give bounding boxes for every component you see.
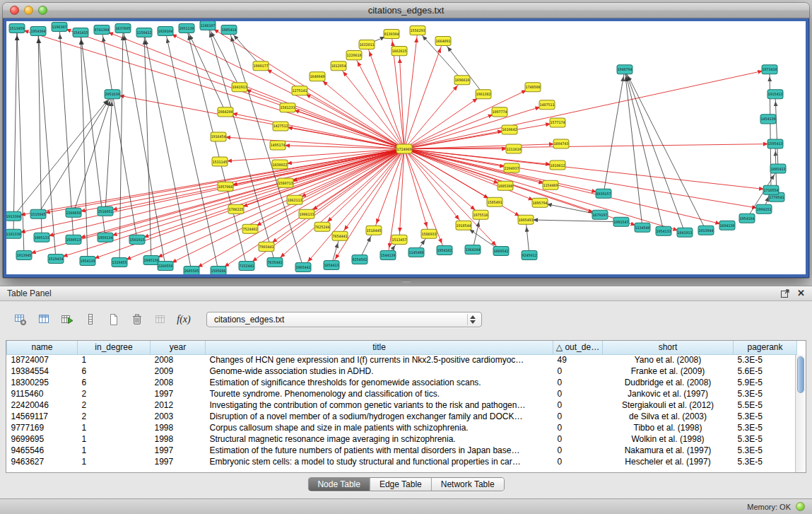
citation-edge[interactable] [404,149,727,226]
graph-node[interactable]: 1961382 [476,90,491,99]
graph-node[interactable]: 1710554 [763,185,779,194]
graph-node[interactable]: 1585491 [487,197,502,206]
column-header-short[interactable]: short [603,341,734,354]
graph-node[interactable]: 1454139 [760,115,776,124]
citation-edge[interactable] [404,87,533,148]
column-header-out_de[interactable]: △ out_de… [553,341,603,354]
table-row[interactable]: 1456911722003Disruption of a novel membe… [7,411,797,422]
graph-node[interactable]: 1211610 [506,144,522,153]
graph-node[interactable]: 7635441 [267,257,283,267]
citation-edge[interactable] [144,33,151,260]
graph-node[interactable]: 1830022 [272,160,288,169]
citation-edge[interactable] [229,30,261,66]
table-mode-icon[interactable] [10,310,31,329]
graph-node[interactable]: 1513457 [392,235,407,244]
graph-node[interactable]: 1905414 [221,25,237,35]
graph-node[interactable]: 1664091 [435,37,451,46]
tab-network-table[interactable]: Network Table [432,478,504,491]
graph-node[interactable]: 1275141 [292,86,307,95]
graph-node[interactable]: 1150412 [136,28,152,37]
citation-edge[interactable] [38,31,42,238]
citation-edge[interactable] [404,149,540,203]
graph-node[interactable]: 1945130 [143,255,159,264]
graph-node[interactable]: 1085413 [770,164,786,173]
graph-node[interactable]: 1595413 [767,139,783,148]
table-row[interactable]: 977716911998Corpus callosum shape and si… [7,422,797,433]
graph-node[interactable]: 1427512 [273,122,288,131]
graph-node[interactable]: 9254502 [352,255,367,264]
graph-node[interactable]: 1948794 [617,65,632,74]
graph-node[interactable]: 1954104 [739,214,755,223]
graph-node[interactable]: 1580713 [278,178,293,187]
graph-node[interactable]: 1577174 [550,118,565,127]
citation-edge[interactable] [13,94,112,216]
citation-edge[interactable] [404,149,764,209]
graph-node[interactable]: 1632011 [359,40,375,49]
graph-node[interactable]: 7903441 [259,242,274,251]
import-table-icon[interactable] [150,310,171,329]
graph-node[interactable]: 1134540 [635,223,650,232]
graph-node[interactable]: 1519434 [48,254,64,263]
graph-node[interactable]: 1556293 [410,26,425,35]
graph-node[interactable]: 1857066 [218,182,233,191]
graph-node[interactable]: 1518445 [366,226,382,235]
graph-node[interactable]: 1810612 [550,160,565,170]
graph-node[interactable]: 1319455 [112,257,127,267]
graph-node[interactable]: 1640049 [310,72,325,81]
create-column-icon[interactable] [57,310,78,329]
graph-node[interactable]: 1097774 [492,107,507,117]
node-table[interactable]: namein_degreeyeartitle△ out_de…shortpage… [6,341,797,467]
citation-edge[interactable] [38,94,112,214]
graph-node[interactable]: 9245012 [522,250,537,259]
table-row[interactable]: 1938455462009Genome-wide association stu… [7,366,797,377]
scrollbar-thumb[interactable] [797,356,804,393]
graph-node[interactable]: 1590513 [66,235,81,244]
network-table-select[interactable]: citations_edges.txt [206,312,482,327]
graph-node[interactable]: 7654441 [332,231,348,240]
graph-node[interactable]: 2260550 [158,261,173,270]
graph-node[interactable]: 1662615 [392,47,407,56]
panel-splitter[interactable] [0,278,812,286]
citation-edge[interactable] [81,33,88,261]
graph-node[interactable]: 8939157 [596,189,611,198]
graph-node[interactable]: 2084200 [218,107,233,117]
graph-node[interactable]: 1513459 [9,24,25,33]
graph-node[interactable]: 1196307 [52,23,67,32]
graph-node[interactable]: 1916454 [211,132,226,141]
memory-ok-led[interactable] [796,502,805,511]
graph-node[interactable]: 1920104 [158,27,173,36]
close-window-button[interactable] [10,6,19,15]
graph-node[interactable]: 1954304 [30,27,46,36]
graph-node[interactable]: 2516051 [98,206,113,216]
table-row[interactable]: 969969511998Structural magnetic resonanc… [7,433,797,445]
graph-node[interactable]: 1679197 [592,210,608,219]
graph-node[interactable]: 8130304 [384,30,399,39]
citation-network-graph[interactable]: 1724069181205416400491275141158123314275… [6,21,806,274]
graph-node[interactable]: 1515045 [30,209,46,218]
graph-node[interactable]: 1531145 [212,157,228,166]
graph-node[interactable]: 1965441 [295,262,311,271]
graph-node[interactable]: 7152441 [239,261,254,270]
graph-node[interactable]: 1748508 [525,83,541,92]
graph-node[interactable]: 1841913 [232,83,247,92]
graph-node[interactable]: 1918544 [456,221,471,230]
graph-node[interactable]: 1505606 [211,266,226,274]
graph-node[interactable]: 1181330 [6,229,21,238]
graph-node[interactable]: 1604743 [553,139,569,148]
graph-node[interactable]: 1544139 [380,250,396,259]
graph-node[interactable]: 1900177 [253,62,269,71]
zoom-window-button[interactable] [38,6,47,15]
table-row[interactable]: 1872400712008Changes of HCN gene express… [7,354,797,366]
graph-node[interactable]: 1154469 [543,180,558,189]
minimize-window-button[interactable] [24,6,33,15]
graph-node[interactable]: 1954102 [437,245,452,255]
new-table-icon[interactable] [103,310,124,329]
network-canvas[interactable]: 1724069181205416400491275141158123314275… [6,21,806,274]
graph-node[interactable]: 1906133 [299,209,314,218]
graph-node[interactable]: 1885308 [498,181,513,190]
table-row[interactable]: 946362711997Embryonic stem cells: a mode… [7,456,797,467]
citation-edge[interactable] [73,149,404,213]
graph-node[interactable]: 1581233 [280,103,295,112]
citation-edge[interactable] [404,80,462,148]
citation-edge[interactable] [625,69,706,230]
